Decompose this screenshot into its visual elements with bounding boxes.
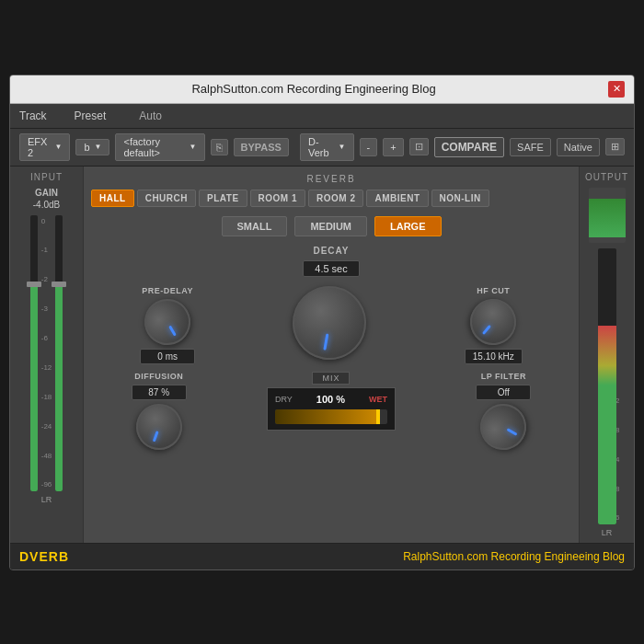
compare-button[interactable]: COMPARE (434, 137, 504, 157)
decay-label: DECAY (91, 246, 571, 256)
native-button[interactable]: Native (557, 138, 600, 156)
preset-dropdown[interactable]: <factory default> ▼ (115, 133, 204, 161)
size-buttons: SMALL MEDIUM LARGE (91, 216, 571, 236)
size-btn-large[interactable]: LARGE (374, 216, 442, 236)
hf-cut-group: HF CUT 15.10 kHz (465, 286, 523, 364)
gain-label: GAIN (16, 188, 77, 198)
track-dropdown[interactable]: EFX 2 ▼ (19, 133, 70, 161)
lp-filter-knob[interactable] (472, 395, 535, 457)
diffusion-indicator (152, 431, 158, 442)
mix-slider-marker (376, 409, 380, 424)
mix-slider-container: DRY 100 % WET (267, 387, 396, 431)
decay-indicator (324, 333, 329, 350)
copy-button[interactable]: ⎘ (211, 139, 228, 155)
plugin-chevron-icon: ▼ (339, 143, 346, 151)
footer-blog-text: RalphSutton.com Recording Engineeing Blo… (403, 550, 625, 563)
close-button[interactable]: ✕ (608, 81, 625, 98)
pre-delay-label: PRE-DELAY (142, 286, 193, 295)
output-label: OUTPUT (585, 172, 628, 182)
mix-label: MIX (312, 372, 350, 385)
mix-dry-label: DRY (275, 395, 293, 404)
plus-button[interactable]: + (383, 138, 403, 156)
mix-row: DRY 100 % WET (275, 394, 387, 405)
room-btn-church[interactable]: CHURCH (137, 190, 196, 207)
plugin-window: RalphSutton.com Recording Engineering Bl… (9, 75, 635, 570)
output-meter-fill (598, 326, 616, 524)
pre-delay-knob[interactable] (136, 290, 199, 352)
track-section: Track (19, 109, 47, 122)
mix-slider[interactable] (275, 409, 387, 424)
output-peak-meter (589, 188, 626, 243)
plugin-dropdown[interactable]: D-Verb ▼ (300, 133, 354, 161)
pre-delay-value: 0 ms (140, 349, 195, 364)
print-icon[interactable]: ⊡ (409, 138, 429, 155)
window-title: RalphSutton.com Recording Engineering Bl… (19, 82, 608, 96)
track-chevron-icon: ▼ (54, 143, 62, 151)
reverb-section: REVERB HALL CHURCH PLATE ROOM 1 ROOM 2 A… (84, 167, 579, 543)
pre-delay-group: PRE-DELAY 0 ms (140, 286, 195, 364)
room-btn-plate[interactable]: PLATE (199, 190, 247, 207)
room-btn-ambient[interactable]: AMBIENT (366, 190, 428, 207)
lp-filter-group: LP FILTER Off (476, 372, 531, 450)
output-meter (598, 248, 616, 524)
decay-knob[interactable] (287, 280, 373, 365)
lp-filter-value: Off (476, 385, 531, 400)
gain-value: -4.0dB (16, 200, 77, 210)
bottom-controls: DIFFUSION 87 % MIX DRY 100 % WET (91, 372, 571, 450)
decay-section: DECAY 4.5 sec (91, 246, 571, 282)
size-btn-small[interactable]: SMALL (222, 216, 288, 236)
preset-chevron-icon: ▼ (190, 143, 197, 151)
decay-value: 4.5 sec (303, 260, 359, 277)
scale-labels: 0 -1 -2 -3 -6 -12 -18 -24 -48 -96 (41, 215, 52, 491)
output-lr-label: LR (585, 528, 628, 537)
fader-container: 0 -1 -2 -3 -6 -12 -18 -24 -48 -96 (16, 215, 77, 491)
reverb-label: REVERB (91, 174, 571, 184)
diffusion-group: DIFFUSION 87 % (132, 372, 187, 450)
diffusion-knob[interactable] (130, 397, 189, 455)
safe-button[interactable]: SAFE (510, 138, 551, 156)
fader-track-left[interactable] (30, 215, 38, 491)
room-btn-hall[interactable]: HALL (91, 190, 134, 207)
footer: DVERB RalphSutton.com Recording Engineei… (10, 543, 634, 569)
input-lr-label: LR (16, 495, 77, 504)
hf-cut-label: HF CUT (477, 286, 510, 295)
menu-bar: Track Preset Auto (10, 104, 634, 129)
room-btn-nonlin[interactable]: NON-LIN (431, 190, 489, 207)
toolbar: EFX 2 ▼ b ▼ <factory default> ▼ ⎘ BYPASS… (10, 129, 634, 167)
fader-track-right[interactable] (55, 215, 63, 491)
mix-slider-fill (275, 409, 378, 424)
input-label: INPUT (16, 172, 77, 182)
hf-cut-knob[interactable] (461, 289, 525, 353)
preset-label: Preset (75, 109, 107, 122)
title-bar: RalphSutton.com Recording Engineering Bl… (10, 75, 634, 104)
pre-delay-indicator (168, 325, 177, 336)
room-btn-room2[interactable]: ROOM 2 (308, 190, 363, 207)
diffusion-value: 87 % (132, 385, 187, 400)
mix-percent: 100 % (296, 394, 365, 405)
controls-row: PRE-DELAY 0 ms HF CUT 15.10 (91, 286, 571, 364)
diffusion-label: DIFFUSION (134, 372, 183, 381)
footer-brand: DVERB (19, 549, 69, 564)
preset-section: Preset Auto (75, 109, 162, 122)
lp-filter-indicator (507, 428, 518, 436)
main-content: INPUT GAIN -4.0dB 0 -1 -2 -3 -6 -12 -18 … (10, 167, 634, 543)
lp-filter-label: LP FILTER (481, 372, 526, 381)
preset-container: <factory default> ▼ (115, 133, 204, 161)
size-btn-medium[interactable]: MEDIUM (294, 216, 367, 236)
track-label: Track (19, 109, 47, 122)
mix-wet-label: WET (369, 395, 387, 404)
decay-knob-group (293, 286, 366, 360)
settings-icon[interactable]: ⊞ (605, 138, 625, 155)
hf-cut-indicator (482, 324, 491, 334)
room-btn-room1[interactable]: ROOM 1 (250, 190, 305, 207)
auto-label: Auto (139, 109, 162, 122)
bypass-button[interactable]: BYPASS (234, 138, 289, 156)
room-types: HALL CHURCH PLATE ROOM 1 ROOM 2 AMBIENT … (91, 190, 571, 207)
b-dropdown[interactable]: b ▼ (75, 139, 109, 155)
hf-cut-value: 15.10 kHz (465, 349, 523, 364)
output-section: OUTPUT 0 -1 -2 -3 -6 -12 -18 -24 -48 -96… (579, 167, 634, 543)
minus-button[interactable]: - (360, 138, 378, 156)
mix-section: MIX DRY 100 % WET (267, 372, 396, 431)
b-chevron-icon: ▼ (95, 143, 102, 151)
input-section: INPUT GAIN -4.0dB 0 -1 -2 -3 -6 -12 -18 … (10, 167, 84, 543)
